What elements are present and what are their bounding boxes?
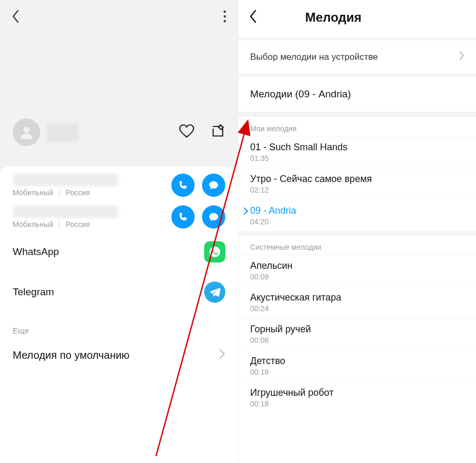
ringtone-panel: Мелодия Выбор мелодии на устройстве Мело… xyxy=(238,0,476,463)
ringtone-item[interactable]: 01 - Such Small Hands 01:35 xyxy=(239,136,476,168)
edit-button[interactable] xyxy=(210,124,225,141)
ringtone-item-selected[interactable]: 09 - Andria 04:20 xyxy=(239,199,476,231)
ringtone-item[interactable]: Апельсин 00:09 xyxy=(239,255,476,286)
device-picker-row[interactable]: Выбор мелодии на устройстве xyxy=(239,37,476,77)
back-button[interactable] xyxy=(249,10,258,25)
track-title: Апельсин xyxy=(250,260,464,271)
default-ringtone-row[interactable]: Мелодия по умолчанию xyxy=(0,339,238,371)
avatar[interactable] xyxy=(13,119,40,146)
ringtone-item[interactable]: Игрушечный робот 00:18 xyxy=(239,382,476,413)
phone-entry-2[interactable]: Мобильный | Россия xyxy=(0,200,238,232)
my-ringtones-header: Мои мелодии xyxy=(239,117,476,136)
page-title: Мелодия xyxy=(305,10,362,25)
telegram-icon xyxy=(204,282,225,303)
track-title: Акустическая гитара xyxy=(250,292,464,303)
track-title: Горный ручей xyxy=(250,324,464,335)
whatsapp-icon xyxy=(204,241,225,262)
track-title: 01 - Such Small Hands xyxy=(250,142,464,153)
svg-point-0 xyxy=(224,11,226,13)
svg-point-1 xyxy=(224,15,226,18)
more-section-label: Еще xyxy=(0,326,238,339)
app-label: Telegram xyxy=(13,286,54,298)
track-duration: 00:16 xyxy=(250,368,464,376)
contact-detail-panel: Мобильный | Россия xyxy=(0,0,238,463)
ringtone-item[interactable]: Утро - Сейчас самое время 02:12 xyxy=(239,168,476,199)
track-duration: 00:18 xyxy=(250,400,464,408)
contact-name xyxy=(47,123,78,142)
current-ringtone-label: Мелодии (09 - Andria) xyxy=(250,88,351,99)
svg-point-2 xyxy=(224,20,226,23)
ringtone-item[interactable]: Горный ручей 00:08 xyxy=(239,318,476,350)
setting-label: Мелодия по умолчанию xyxy=(13,349,130,361)
whatsapp-row[interactable]: WhatsApp xyxy=(0,232,238,272)
track-duration: 01:35 xyxy=(250,154,464,162)
track-title: Утро - Сейчас самое время xyxy=(250,174,464,185)
track-title: Детство xyxy=(250,356,464,367)
phone-entry-1[interactable]: Мобильный | Россия xyxy=(0,168,238,200)
phone-number xyxy=(13,174,118,186)
more-menu-button[interactable] xyxy=(223,10,226,23)
call-button[interactable] xyxy=(171,174,195,197)
back-button[interactable] xyxy=(12,10,20,23)
track-duration: 00:24 xyxy=(250,304,464,313)
ringtone-item[interactable]: Детство 00:16 xyxy=(239,350,476,382)
phone-region: Россия xyxy=(66,220,90,229)
chevron-right-icon xyxy=(219,349,225,362)
phone-region: Россия xyxy=(66,188,90,197)
ringtone-item[interactable]: Акустическая гитара 00:24 xyxy=(239,286,476,318)
app-label: WhatsApp xyxy=(13,246,59,258)
track-title: 09 - Andria xyxy=(250,205,464,216)
phone-type: Мобильный xyxy=(13,220,53,229)
svg-point-3 xyxy=(23,126,29,132)
phone-type: Мобильный xyxy=(13,188,53,197)
track-duration: 00:08 xyxy=(250,336,464,344)
track-duration: 04:20 xyxy=(250,217,464,226)
current-ringtone-row[interactable]: Мелодии (09 - Andria) xyxy=(239,77,476,117)
message-button[interactable] xyxy=(202,174,225,197)
message-button[interactable] xyxy=(202,205,225,229)
telegram-row[interactable]: Telegram xyxy=(0,272,238,312)
call-button[interactable] xyxy=(171,205,195,229)
system-ringtones-header: Системные мелодии xyxy=(239,235,476,255)
track-duration: 00:09 xyxy=(250,273,464,281)
track-title: Игрушечный робот xyxy=(250,387,464,398)
chevron-right-icon xyxy=(459,51,464,63)
device-picker-label: Выбор мелодии на устройстве xyxy=(250,52,378,62)
track-duration: 02:12 xyxy=(250,186,464,194)
favorite-button[interactable] xyxy=(179,124,195,141)
phone-number xyxy=(13,205,118,218)
